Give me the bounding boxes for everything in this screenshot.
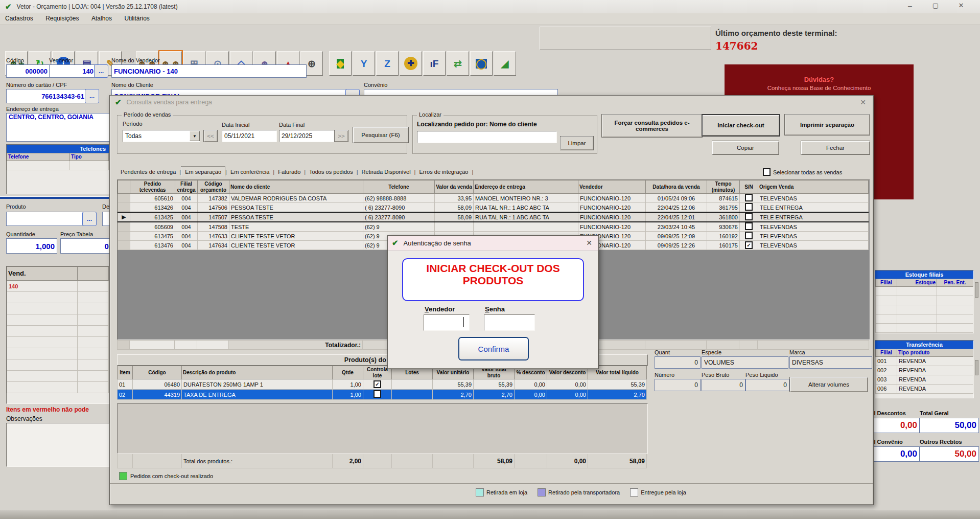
data-inicial-field[interactable]: 05/11/2021 bbox=[222, 130, 277, 142]
toolbar-button-target-cross[interactable]: ✚ bbox=[400, 51, 422, 76]
modal-close-icon[interactable]: ✕ bbox=[586, 239, 592, 247]
maximize-button[interactable]: ▢ bbox=[926, 2, 945, 12]
toolbar-button-nfe-logo[interactable]: ◢ bbox=[494, 51, 516, 76]
modal-vendedor-input[interactable] bbox=[424, 314, 470, 331]
table-row[interactable] bbox=[7, 348, 109, 359]
tab-todos-os-pedidos[interactable]: Todos os pedidos bbox=[306, 167, 357, 176]
menu-utilitarios[interactable]: Utilitários bbox=[119, 13, 154, 24]
checkbox-unchecked-icon[interactable] bbox=[745, 194, 753, 201]
tab-em-separação[interactable]: Em separação bbox=[181, 166, 225, 176]
checkbox-checked-icon[interactable]: ✓ bbox=[374, 380, 381, 388]
toolbar-button-integration[interactable]: Z bbox=[376, 51, 399, 76]
alterar-volumes-button[interactable]: Alterar volumes bbox=[789, 377, 868, 392]
especie-field[interactable]: VOLUMES bbox=[702, 356, 788, 369]
table-row[interactable]: 001REVENDA bbox=[876, 356, 973, 366]
periodo-select[interactable]: Todas ▼ bbox=[123, 130, 200, 142]
preco-tabela-field[interactable]: 0, bbox=[60, 238, 113, 254]
cliente-lookup-button[interactable]: ... bbox=[85, 89, 99, 103]
data-final-field[interactable]: 29/12/2025 bbox=[279, 130, 334, 142]
table-row[interactable]: 0106480DURATESTON 250MG 1AMP 11,00✓55,39… bbox=[118, 379, 647, 390]
table-row[interactable] bbox=[876, 296, 973, 305]
menu-requisicoes[interactable]: Requisições bbox=[40, 13, 84, 24]
prev-period-button[interactable]: << bbox=[203, 130, 218, 142]
close-button[interactable]: ✕ bbox=[951, 2, 971, 12]
tab-faturado[interactable]: Faturado bbox=[274, 167, 304, 176]
imprimir-separacao-button[interactable]: Imprimir separação bbox=[784, 114, 870, 136]
table-row[interactable] bbox=[7, 314, 109, 326]
table-row[interactable] bbox=[7, 371, 109, 382]
dialog-title-bar[interactable]: ✔ Consulta vendas para entrega ✕ bbox=[110, 96, 873, 109]
checkbox-unchecked-icon[interactable] bbox=[745, 203, 753, 211]
menu-cadastros[interactable]: Cadastros bbox=[0, 13, 38, 24]
checkbox-cell[interactable] bbox=[740, 222, 758, 232]
table-row[interactable]: 605609004147508TESTE(62) 9FUNCIONARIO-12… bbox=[118, 222, 869, 232]
confirma-button[interactable]: Confirma bbox=[458, 337, 529, 360]
chevron-down-icon[interactable]: ▼ bbox=[190, 131, 200, 141]
stock-scrollbar[interactable] bbox=[975, 282, 978, 298]
table-row[interactable]: ▶613425004147507PESSOA TESTE( 6) 23277-8… bbox=[118, 212, 869, 222]
observacoes-textarea[interactable] bbox=[6, 423, 109, 467]
forcar-ecommerce-button[interactable]: Forçar consulta pedidos e-commerces bbox=[601, 114, 703, 138]
checkbox-cell[interactable] bbox=[740, 232, 758, 241]
checkbox-unchecked-icon[interactable] bbox=[745, 222, 753, 230]
endereco-field[interactable]: CENTRO, CENTRO, GOIANIA bbox=[6, 113, 113, 142]
peso-bruto-field[interactable]: 0 bbox=[702, 379, 745, 391]
checkbox-unchecked-icon[interactable] bbox=[745, 232, 753, 239]
toolbar-button-ring-logo[interactable]: ◯ bbox=[470, 51, 493, 76]
modal-senha-input[interactable] bbox=[484, 314, 535, 331]
marca-field[interactable]: DIVERSAS bbox=[789, 356, 872, 369]
codigo-field[interactable]: 000000 bbox=[6, 64, 50, 78]
table-row[interactable]: 003REVENDA bbox=[876, 375, 973, 384]
checkbox-cell[interactable] bbox=[740, 212, 758, 222]
table-row[interactable]: 006REVENDA bbox=[876, 384, 973, 393]
table-row[interactable]: 140 bbox=[7, 281, 109, 292]
quant-field[interactable]: 0 bbox=[655, 356, 701, 369]
toolbar-button-if-logo[interactable]: ıF bbox=[423, 51, 446, 76]
toolbar-button-sync[interactable]: ⇄ bbox=[447, 51, 469, 76]
table-row[interactable] bbox=[7, 359, 109, 371]
checkbox-cell[interactable]: ✓ bbox=[740, 241, 758, 250]
produto-field[interactable] bbox=[6, 212, 85, 226]
select-all-checkbox[interactable]: Selecionar todas as vendas bbox=[763, 168, 842, 176]
limpar-button[interactable]: Limpar bbox=[560, 136, 594, 150]
checkbox-checked-icon[interactable]: ✓ bbox=[745, 241, 753, 249]
table-row[interactable] bbox=[876, 286, 973, 296]
peso-liquido-field[interactable]: 0 bbox=[745, 379, 789, 391]
toolbar-button-brazil-flag[interactable]: ◆ bbox=[329, 51, 352, 76]
checkbox-cell[interactable] bbox=[363, 390, 392, 400]
tab-em-conferência[interactable]: Em conferência bbox=[227, 167, 273, 176]
table-row[interactable] bbox=[7, 326, 109, 337]
tab-pendentes-de-entrega[interactable]: Pendentes de entrega bbox=[117, 167, 179, 176]
vendedor-lookup-button[interactable]: ... bbox=[94, 64, 108, 78]
toolbar-button-person-figure[interactable]: Y bbox=[353, 51, 375, 76]
checkbox-unchecked-icon[interactable] bbox=[745, 213, 753, 220]
vendedor-field[interactable]: 140 bbox=[49, 64, 96, 78]
tab-erros-de-integração[interactable]: Erros de integração bbox=[415, 167, 472, 176]
menu-atalhos[interactable]: Atalhos bbox=[86, 13, 117, 24]
nome-vendedor-field[interactable]: FUNCIONARIO - 140 bbox=[111, 64, 307, 78]
quantidade-field[interactable]: 1,000 bbox=[6, 238, 57, 254]
numero-field[interactable]: 0 bbox=[655, 379, 701, 391]
table-row[interactable] bbox=[7, 161, 109, 170]
table-row[interactable]: 002REVENDA bbox=[876, 366, 973, 375]
tab-retirada-disponível[interactable]: Retirada Disponível bbox=[358, 167, 414, 176]
table-row[interactable]: 613426004147506PESSOA TESTE( 6) 23277-80… bbox=[118, 203, 869, 213]
table-row[interactable] bbox=[876, 323, 973, 332]
iniciar-checkout-button[interactable]: Iniciar check-out bbox=[702, 114, 780, 137]
checkbox-unchecked-icon[interactable] bbox=[763, 168, 771, 176]
checkbox-cell[interactable] bbox=[740, 194, 758, 203]
checkbox-cell[interactable] bbox=[740, 203, 758, 213]
dialog-close-icon[interactable]: ✕ bbox=[860, 98, 866, 106]
pesquisar-button[interactable]: Pesquisar (F6) bbox=[353, 127, 409, 143]
table-row[interactable] bbox=[876, 305, 973, 314]
copiar-button[interactable]: Copiar bbox=[712, 141, 779, 155]
table-row[interactable] bbox=[876, 314, 973, 323]
table-row[interactable]: 0244319TAXA DE ENTREGA1,002,702,700,000,… bbox=[118, 390, 647, 400]
table-row[interactable] bbox=[7, 303, 109, 314]
modal-title-bar[interactable]: ✔ Autenticação de senha ✕ bbox=[388, 236, 598, 251]
checkbox-cell[interactable]: ✓ bbox=[363, 379, 392, 390]
cartao-field[interactable]: 766134343-61 bbox=[6, 89, 87, 103]
produto-lookup-button[interactable]: ... bbox=[82, 212, 97, 226]
transfer-scrollbar[interactable] bbox=[975, 360, 978, 375]
next-period-button[interactable]: >> bbox=[334, 130, 348, 142]
